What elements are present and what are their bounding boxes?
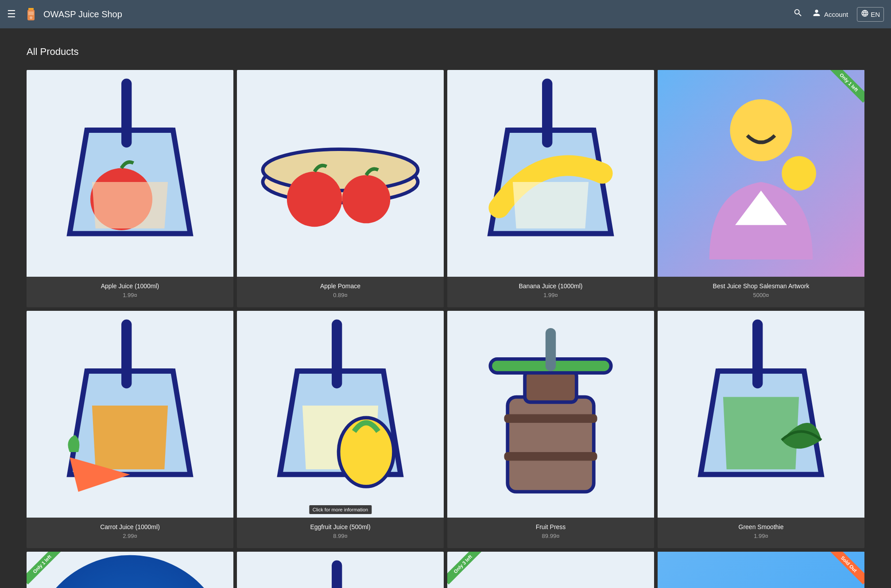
product-price: 89.99¤ xyxy=(454,533,647,539)
svg-rect-19 xyxy=(504,452,597,460)
badge-ribbon: Only 1 left xyxy=(829,70,864,105)
svg-text:★: ★ xyxy=(61,584,89,588)
product-info-apple-pomace: Apple Pomace 0.89¤ xyxy=(237,277,444,300)
account-icon xyxy=(812,8,821,20)
product-illustration xyxy=(237,311,444,518)
svg-rect-2 xyxy=(28,12,34,15)
product-price: 1.99¤ xyxy=(34,292,226,298)
product-price: 1.99¤ xyxy=(454,292,647,298)
product-illustration xyxy=(447,70,654,277)
product-image-owasp-facemask: Sold Out xyxy=(658,552,864,588)
product-info-banana-juice: Banana Juice (1000ml) 1.99¤ xyxy=(447,277,654,300)
product-card-permafrost[interactable]: Only 1 left ★ ★ ★ ★ ❄ xyxy=(27,552,233,588)
badge-ribbon: Only 3 left xyxy=(447,552,483,587)
account-label: Account xyxy=(824,11,848,18)
app-title: OWASP Juice Shop xyxy=(43,9,122,19)
product-price: 8.99¤ xyxy=(244,533,437,539)
svg-point-16 xyxy=(339,418,394,487)
product-image-melon-bike: Only 3 left xyxy=(447,552,654,588)
section-title: All Products xyxy=(27,39,864,61)
product-card-best-salesman[interactable]: Only 1 left Best Jui xyxy=(658,70,864,307)
svg-rect-15 xyxy=(332,320,342,389)
product-image-apple-juice xyxy=(27,70,233,277)
product-info-carrot-juice: Carrot Juice (1000ml) 2.99¤ xyxy=(27,518,233,541)
product-price: 5000¤ xyxy=(665,292,857,298)
badge-ribbon: Only 1 left xyxy=(27,552,62,587)
product-card-green-smoothie[interactable]: Green Smoothie 1.99¤ xyxy=(658,311,864,548)
svg-rect-17 xyxy=(507,397,594,492)
product-illustration xyxy=(27,70,233,277)
svg-rect-0 xyxy=(28,8,34,10)
product-card-fruit-press[interactable]: Fruit Press 89.99¤ xyxy=(447,311,654,548)
product-image-green-smoothie xyxy=(658,311,864,518)
product-price: 0.89¤ xyxy=(244,292,437,298)
product-image-fruit-press xyxy=(447,311,654,518)
search-icon[interactable] xyxy=(793,8,803,20)
svg-point-7 xyxy=(263,149,418,190)
product-illustration xyxy=(237,552,444,588)
product-name: Apple Pomace xyxy=(244,282,437,290)
svg-point-3 xyxy=(30,16,32,19)
product-image-permafrost: Only 1 left ★ ★ ★ ★ ❄ xyxy=(27,552,233,588)
product-illustration xyxy=(658,311,864,518)
product-card-owasp-facemask[interactable]: Sold Out OWAS xyxy=(658,552,864,588)
product-card-carrot-juice[interactable]: Carrot Juice (1000ml) 2.99¤ xyxy=(27,311,233,548)
product-info-fruit-press: Fruit Press 89.99¤ xyxy=(447,518,654,541)
product-price: 1.99¤ xyxy=(665,533,857,539)
svg-point-8 xyxy=(287,172,342,227)
svg-point-12 xyxy=(730,99,792,161)
product-card-eggfruit-juice[interactable]: Click for more information Eggfruit Juic… xyxy=(237,311,444,548)
product-illustration xyxy=(447,311,654,518)
account-button[interactable]: Account xyxy=(812,8,848,20)
product-image-carrot-juice xyxy=(27,311,233,518)
product-info-green-smoothie: Green Smoothie 1.99¤ xyxy=(658,518,864,541)
logo-area: OWASP Juice Shop xyxy=(23,6,122,22)
product-illustration xyxy=(237,70,444,277)
product-info-apple-juice: Apple Juice (1000ml) 1.99¤ xyxy=(27,277,233,300)
svg-text:★: ★ xyxy=(173,584,201,588)
app-logo-icon xyxy=(23,6,39,22)
svg-point-9 xyxy=(342,175,390,223)
main-content: All Products Apple Juice (1000ml) 1.99¤ xyxy=(0,28,891,588)
header-left: ☰ OWASP Juice Shop xyxy=(7,6,793,22)
product-image-banana-juice xyxy=(447,70,654,277)
globe-icon xyxy=(861,9,869,19)
product-image-apple-pomace xyxy=(237,70,444,277)
svg-point-13 xyxy=(782,156,816,191)
svg-rect-22 xyxy=(546,328,556,371)
language-button[interactable]: EN xyxy=(857,7,884,22)
product-name: Best Juice Shop Salesman Artwork xyxy=(665,282,857,290)
product-name: Green Smoothie xyxy=(665,523,857,531)
product-name: Fruit Press xyxy=(454,523,647,531)
svg-rect-20 xyxy=(525,371,577,402)
app-header: ☰ OWASP Juice Shop Account EN xyxy=(0,0,891,28)
product-name: Carrot Juice (1000ml) xyxy=(34,523,226,531)
product-image-best-salesman: Only 1 left xyxy=(658,70,864,277)
svg-rect-4 xyxy=(121,78,132,147)
product-grid: Apple Juice (1000ml) 1.99¤ Apple Pomace … xyxy=(27,70,864,588)
header-right: Account EN xyxy=(793,7,884,22)
svg-rect-18 xyxy=(504,414,597,423)
product-card-lemon-juice[interactable]: Lemon Juice (500ml) 2.99¤ xyxy=(237,552,444,588)
product-info-eggfruit-juice: Click for more information Eggfruit Juic… xyxy=(237,518,444,541)
badge-text: Only 1 left xyxy=(829,70,864,103)
language-label: EN xyxy=(871,11,880,18)
product-name: Banana Juice (1000ml) xyxy=(454,282,647,290)
product-price: 2.99¤ xyxy=(34,533,226,539)
svg-rect-10 xyxy=(542,78,552,147)
product-card-melon-bike[interactable]: Only 3 left Melon Bike (Comeback-Product… xyxy=(447,552,654,588)
menu-icon[interactable]: ☰ xyxy=(7,8,16,20)
product-illustration xyxy=(27,311,233,518)
badge-ribbon: Sold Out xyxy=(829,552,864,587)
product-card-apple-juice[interactable]: Apple Juice (1000ml) 1.99¤ xyxy=(27,70,233,307)
svg-rect-23 xyxy=(752,320,763,389)
badge-text: Only 1 left xyxy=(27,552,62,584)
product-image-lemon-juice xyxy=(237,552,444,588)
product-name: Apple Juice (1000ml) xyxy=(34,282,226,290)
product-card-banana-juice[interactable]: Banana Juice (1000ml) 1.99¤ xyxy=(447,70,654,307)
product-info-best-salesman: Best Juice Shop Salesman Artwork 5000¤ xyxy=(658,277,864,300)
svg-rect-35 xyxy=(332,561,342,588)
product-name: Eggfruit Juice (500ml) xyxy=(244,523,437,531)
svg-rect-14 xyxy=(121,320,132,389)
product-card-apple-pomace[interactable]: Apple Pomace 0.89¤ xyxy=(237,70,444,307)
